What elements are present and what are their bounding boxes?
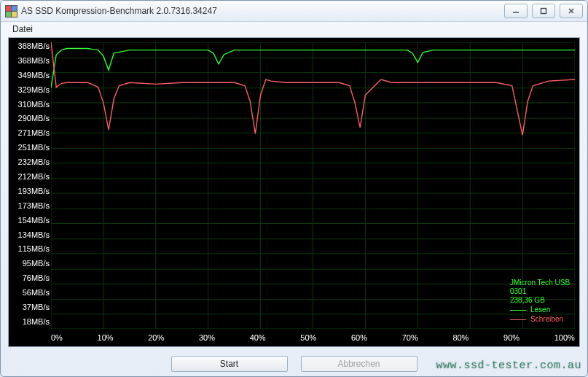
window-buttons <box>504 4 583 18</box>
app-window: AS SSD Kompression-Benchmark 2.0.7316.34… <box>0 0 588 377</box>
svg-rect-0 <box>541 9 546 14</box>
watermark: www.ssd-tester.com.au <box>436 359 581 372</box>
chart-panel: 388MB/s368MB/s349MB/s329MB/s310MB/s290MB… <box>8 37 580 347</box>
legend-device-line1: JMicron Tech USB <box>510 279 578 287</box>
app-icon <box>5 5 17 17</box>
chart: 388MB/s368MB/s349MB/s329MB/s310MB/s290MB… <box>9 38 579 346</box>
start-button[interactable]: Start <box>171 356 288 372</box>
maximize-button[interactable] <box>532 4 555 18</box>
legend-capacity: 238,36 GB <box>510 296 578 305</box>
legend-device-line2: 0301 <box>510 287 578 296</box>
close-button[interactable] <box>560 4 583 18</box>
cancel-button[interactable]: Abbrechen <box>301 356 418 372</box>
legend: JMicron Tech USB 0301 238,36 GB Lesen Sc… <box>508 276 579 326</box>
legend-write: Schreiben <box>510 315 578 324</box>
legend-read: Lesen <box>510 306 578 314</box>
menu-file[interactable]: Datei <box>8 23 37 35</box>
y-axis-labels: 388MB/s368MB/s349MB/s329MB/s310MB/s290MB… <box>10 42 50 326</box>
minimize-button[interactable] <box>504 4 528 18</box>
titlebar: AS SSD Kompression-Benchmark 2.0.7316.34… <box>1 1 587 22</box>
x-axis-labels: 0%10%20%30%40%50%60%70%80%90%100% <box>51 333 575 342</box>
window-title: AS SSD Kompression-Benchmark 2.0.7316.34… <box>21 6 217 16</box>
plot-area <box>51 42 575 329</box>
